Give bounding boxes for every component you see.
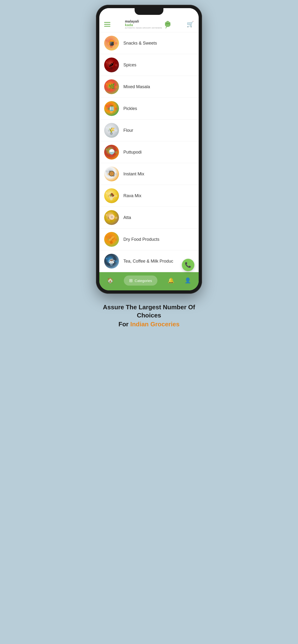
svg-point-63 [106,214,107,216]
profile-icon: 👤 [185,278,191,284]
svg-point-42 [106,148,107,150]
category-name: Puttupodi [123,150,141,155]
nav-notifications[interactable]: 🔔 [168,278,174,284]
svg-point-18 [115,64,117,66]
svg-text:🧆: 🧆 [108,192,115,198]
category-name: Atta [123,215,131,220]
svg-point-2 [165,22,167,25]
category-item[interactable]: 🥘Instant Mix [99,163,199,185]
svg-point-70 [106,236,107,238]
category-item[interactable]: 🌶Spices [99,54,199,76]
categories-label: Categories [135,279,152,283]
category-item[interactable]: 🥜Dry Food Products [99,228,199,250]
svg-point-14 [106,61,107,63]
home-icon: 🏠 [107,278,113,284]
categories-icon: ⊞ [129,278,133,283]
category-item[interactable]: 🍘Snacks & Sweets [99,32,199,54]
svg-point-60 [115,195,117,197]
svg-text:🥜: 🥜 [108,236,115,242]
category-item[interactable]: 🍚Puttupodi [99,141,199,163]
svg-text:☕: ☕ [108,258,115,264]
elephant-icon [163,20,172,28]
category-name: Rava Mix [123,193,141,198]
floating-call-button[interactable]: 📞 [182,259,194,271]
svg-point-32 [115,108,117,110]
phone-frame: malayali kada AUTHENTIC INDIAN GROCERY A… [96,5,202,294]
svg-text:🫓: 🫓 [108,214,115,220]
svg-text:🍚: 🍚 [108,148,115,155]
hamburger-menu[interactable] [104,22,110,26]
category-name: Snacks & Sweets [123,41,157,46]
category-image: 🌾 [104,123,119,138]
svg-point-35 [106,127,107,129]
phone-icon: 📞 [185,262,191,268]
svg-point-67 [115,216,117,219]
bottom-headline: Assure The Largest Number Of Choices [101,303,197,320]
category-image: 🧆 [104,188,119,203]
bottom-text-section: Assure The Largest Number Of Choices For… [96,294,202,335]
category-item[interactable]: 🌾Flour [99,120,199,141]
category-image: ☕ [104,254,119,268]
category-image: 🌿 [104,79,119,94]
category-name: Flour [123,128,133,133]
category-image: 🍘 [104,36,119,50]
svg-point-53 [115,173,117,176]
svg-point-25 [115,86,117,88]
category-item[interactable]: 🧆Rava Mix [99,185,199,207]
category-image: 🍚 [104,145,119,160]
bottom-subline: For Indian Groceries [101,320,197,328]
category-item[interactable]: 🫓Atta [99,207,199,228]
svg-text:🍘: 🍘 [108,40,115,46]
category-image: 🫓 [104,210,119,225]
svg-point-7 [106,40,107,42]
svg-point-28 [106,105,107,107]
svg-text:🌶: 🌶 [109,62,114,68]
bell-icon: 🔔 [168,278,174,284]
svg-point-46 [115,151,117,154]
nav-categories[interactable]: ⊞ Categories [124,276,158,286]
svg-point-74 [115,238,117,241]
svg-point-81 [115,260,117,262]
svg-point-11 [115,42,117,44]
category-name: Tea, Coffee & Milk Produc [123,259,173,264]
logo-tagline: AUTHENTIC INDIAN GROCERY ANYWHERE [125,27,162,29]
category-image: 🥘 [104,166,119,181]
category-list: 🍘Snacks & Sweets🌶Spices🌿Mixed Masala🫙Pic… [99,32,199,272]
svg-point-39 [115,130,117,132]
svg-text:🌿: 🌿 [108,83,115,90]
category-name: Instant Mix [123,172,144,176]
category-name: Dry Food Products [123,237,159,242]
logo-brand2: kada [125,23,162,27]
svg-point-4 [167,22,167,22]
bottom-navigation: 🏠 ⊞ Categories 🔔 👤 [99,272,199,290]
svg-point-49 [106,170,107,172]
svg-text:🌾: 🌾 [108,127,115,133]
category-name: Mixed Masala [123,84,150,89]
cart-button[interactable]: 🛒 [187,21,194,28]
nav-home[interactable]: 🏠 [107,278,113,284]
category-name: Pickles [123,106,137,111]
svg-point-77 [106,258,107,260]
logo-brand1: malayali [125,20,162,23]
logo-text: malayali kada AUTHENTIC INDIAN GROCERY A… [125,20,162,29]
svg-point-56 [106,192,107,194]
category-image: 🥜 [104,232,119,247]
svg-text:🥘: 🥘 [108,170,115,177]
svg-point-5 [168,22,169,22]
phone-screen: malayali kada AUTHENTIC INDIAN GROCERY A… [99,8,199,290]
category-image: 🫙 [104,101,119,116]
highlight-text: Indian Groceries [130,320,180,328]
nav-profile[interactable]: 👤 [185,278,191,284]
svg-text:🫙: 🫙 [108,105,115,112]
phone-notch [135,8,163,15]
svg-point-3 [169,22,171,25]
category-image: 🌶 [104,58,119,72]
category-item[interactable]: 🫙Pickles [99,98,199,120]
category-item[interactable]: 🌿Mixed Masala [99,76,199,98]
svg-point-21 [106,83,107,85]
category-name: Spices [123,62,136,68]
logo-area: malayali kada AUTHENTIC INDIAN GROCERY A… [125,20,172,29]
